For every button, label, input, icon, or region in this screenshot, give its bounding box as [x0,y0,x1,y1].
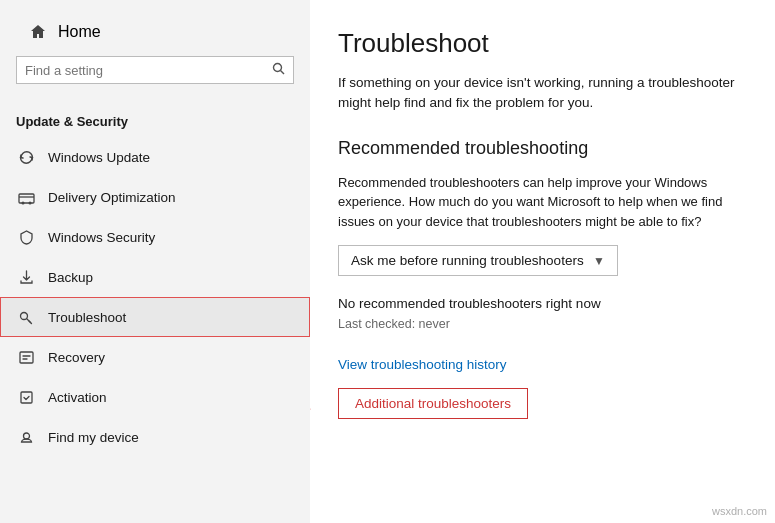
sidebar-item-recovery[interactable]: Recovery [0,337,310,377]
svg-rect-7 [21,392,32,403]
sidebar-item-backup[interactable]: Backup [0,257,310,297]
sidebar-home-label: Home [58,23,101,41]
svg-rect-6 [20,352,33,363]
svg-point-3 [21,201,24,204]
watermark: wsxdn.com [712,505,767,517]
svg-rect-2 [19,194,34,203]
sidebar-item-delivery-optimization[interactable]: Delivery Optimization [0,177,310,217]
main-content: Troubleshoot If something on your device… [310,0,775,523]
home-icon [28,22,48,42]
page-title: Troubleshoot [338,28,739,59]
svg-point-4 [28,201,31,204]
refresh-icon [16,147,36,167]
sidebar-item-label: Backup [48,270,93,285]
recommended-heading: Recommended troubleshooting [338,138,739,159]
dropdown-value: Ask me before running troubleshooters [351,253,584,268]
search-button[interactable] [272,62,285,78]
sidebar-item-activation[interactable]: Activation [0,377,310,417]
sidebar-item-label: Delivery Optimization [48,190,176,205]
backup-icon [16,267,36,287]
sidebar-item-windows-security[interactable]: Windows Security [0,217,310,257]
sidebar-item-label: Find my device [48,430,139,445]
search-input[interactable] [25,63,272,78]
troubleshooter-dropdown[interactable]: Ask me before running troubleshooters ▼ [338,245,618,276]
arrow-annotation [310,320,510,440]
svg-point-8 [23,433,29,439]
sidebar-item-home[interactable]: Home [16,14,294,50]
section-title: Update & Security [0,108,310,135]
search-box [16,56,294,84]
chevron-down-icon: ▼ [593,254,605,268]
sidebar-item-label: Windows Update [48,150,150,165]
sidebar-item-label: Activation [48,390,107,405]
additional-troubleshooters-button[interactable]: Additional troubleshooters [338,388,528,419]
page-description: If something on your device isn't workin… [338,73,739,114]
activation-icon [16,387,36,407]
sidebar-item-troubleshoot[interactable]: Troubleshoot [0,297,310,337]
view-history-link[interactable]: View troubleshooting history [338,357,507,372]
recovery-icon [16,347,36,367]
svg-line-1 [281,71,285,75]
sidebar-item-label: Recovery [48,350,105,365]
delivery-icon [16,187,36,207]
sidebar-item-windows-update[interactable]: Windows Update [0,137,310,177]
recommended-description: Recommended troubleshooters can help imp… [338,173,739,232]
shield-icon [16,227,36,247]
sidebar-item-label: Windows Security [48,230,155,245]
last-checked-text: Last checked: never [338,317,739,331]
sidebar: Home Update & Security [0,0,310,523]
sidebar-item-label: Troubleshoot [48,310,126,325]
find-icon [16,427,36,447]
svg-point-0 [274,64,282,72]
no-troubleshooters-text: No recommended troubleshooters right now [338,296,739,311]
sidebar-item-find-device[interactable]: Find my device [0,417,310,457]
key-icon [16,307,36,327]
